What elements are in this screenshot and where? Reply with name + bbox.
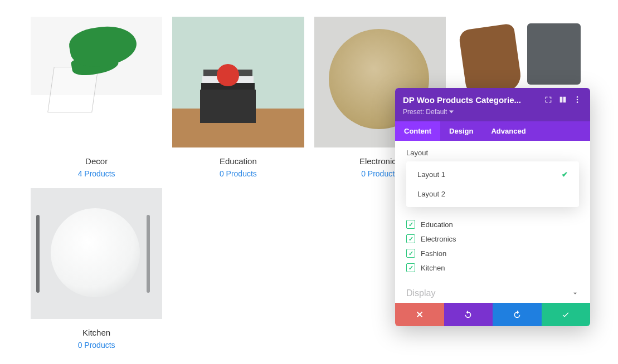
panel-title: DP Woo Products Categorie... [403, 95, 539, 105]
category-count[interactable]: 4 Products [78, 169, 115, 178]
category-image [31, 188, 162, 319]
category-title: Education [220, 156, 257, 166]
category-check-label: Education [421, 220, 453, 229]
checkbox[interactable]: ✓ [406, 263, 415, 272]
category-check-label: Fashion [421, 249, 446, 258]
category-count[interactable]: 0 Products [361, 169, 398, 178]
category-card[interactable]: Education 0 Products [172, 17, 304, 178]
category-title: Decor [85, 156, 108, 166]
category-card[interactable]: Decor 4 Products [31, 17, 162, 178]
columns-icon[interactable] [558, 95, 568, 105]
confirm-button[interactable] [542, 303, 591, 326]
category-check-row: ✓ Kitchen [406, 260, 579, 275]
display-label: Display [406, 288, 435, 298]
display-section-toggle[interactable]: Display [395, 282, 590, 303]
chevron-down-icon [571, 289, 579, 297]
undo-button[interactable] [444, 303, 493, 326]
undo-icon [464, 310, 473, 319]
category-image [31, 17, 162, 147]
layout-option[interactable]: Layout 2 ✔ [406, 184, 579, 204]
category-checklist: ✓ Education ✓ Electronics ✓ Fashion ✓ Ki… [395, 213, 590, 282]
svg-point-0 [577, 96, 578, 98]
layout-section: Layout Layout 1 ✔ Layout 2 ✔ [395, 141, 590, 213]
category-check-row: ✓ Education [406, 217, 579, 232]
close-icon [415, 310, 424, 319]
tab-advanced[interactable]: Advanced [482, 121, 534, 141]
tab-content[interactable]: Content [395, 121, 440, 141]
category-check-label: Kitchen [421, 264, 445, 272]
check-icon [561, 310, 570, 319]
settings-panel: DP Woo Products Categorie... Preset: Def… [395, 88, 590, 326]
panel-header[interactable]: DP Woo Products Categorie... Preset: Def… [395, 88, 590, 121]
redo-button[interactable] [493, 303, 542, 326]
preset-label: Preset: Default [403, 108, 447, 116]
category-title: Kitchen [82, 328, 110, 337]
category-count[interactable]: 0 Products [78, 341, 115, 350]
layout-option[interactable]: Layout 1 ✔ [406, 165, 579, 184]
layout-option-label: Layout 1 [417, 170, 445, 179]
panel-tabs: Content Design Advanced [395, 121, 590, 141]
tab-design[interactable]: Design [440, 121, 482, 141]
svg-point-1 [577, 99, 578, 101]
layout-option-label: Layout 2 [417, 190, 445, 198]
preset-selector[interactable]: Preset: Default [403, 108, 582, 116]
category-image [172, 17, 304, 147]
category-check-row: ✓ Electronics [406, 232, 579, 246]
category-title: Electronics [359, 156, 400, 166]
category-check-row: ✓ Fashion [406, 246, 579, 260]
more-icon[interactable] [572, 95, 582, 105]
check-icon: ✔ [562, 170, 568, 179]
panel-footer [395, 303, 590, 326]
checkbox[interactable]: ✓ [406, 220, 415, 229]
layout-dropdown: Layout 1 ✔ Layout 2 ✔ [406, 161, 579, 207]
checkbox[interactable]: ✓ [406, 234, 415, 243]
layout-label: Layout [406, 149, 579, 157]
category-check-label: Electronics [421, 235, 456, 243]
category-card[interactable]: Kitchen 0 Products [31, 188, 162, 350]
cancel-button[interactable] [395, 303, 444, 326]
chevron-down-icon [449, 110, 454, 114]
category-count[interactable]: 0 Products [220, 169, 257, 178]
svg-point-2 [577, 101, 578, 103]
redo-icon [513, 310, 522, 319]
checkbox[interactable]: ✓ [406, 249, 415, 258]
expand-icon[interactable] [543, 95, 553, 105]
